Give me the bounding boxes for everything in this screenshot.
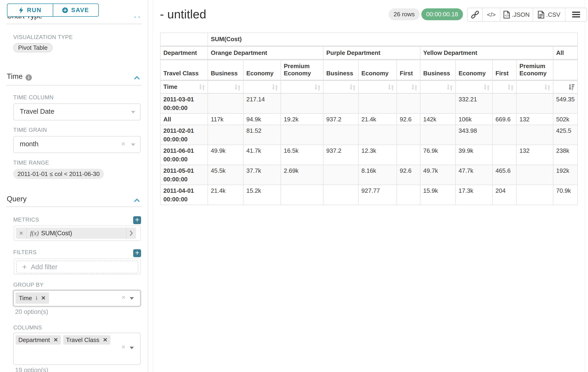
svg-text:</>: </> — [505, 14, 509, 17]
